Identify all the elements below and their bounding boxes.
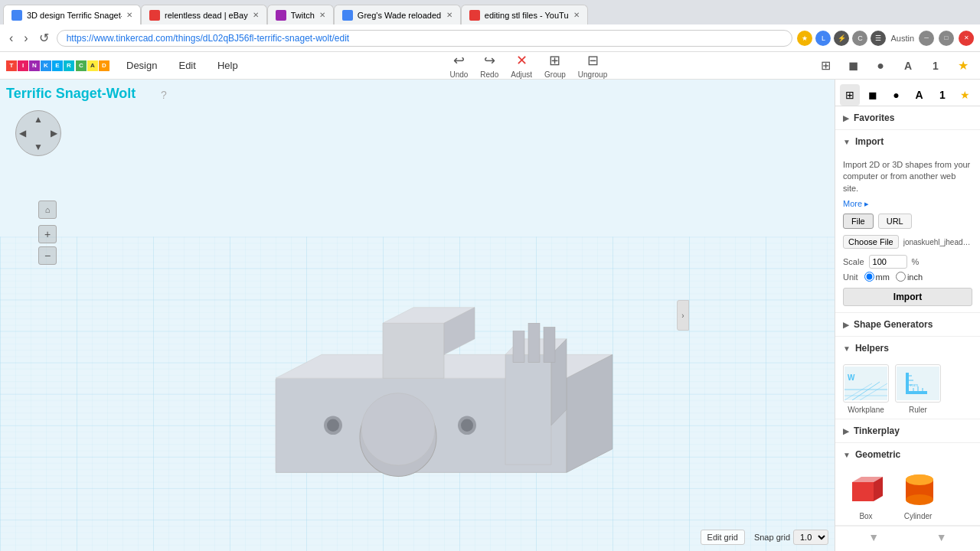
sphere-view-icon[interactable]: ● xyxy=(870,55,891,77)
tab-gregs[interactable]: Greg's Wade reloaded -... ✕ xyxy=(334,5,461,24)
star-icon[interactable]: ★ xyxy=(952,55,974,77)
number-tool-icon[interactable]: 1 xyxy=(925,55,946,77)
text-tool-icon[interactable]: A xyxy=(897,55,919,77)
box-item[interactable]: Box xyxy=(843,471,889,520)
adjust-button[interactable]: ✕ Adjust xyxy=(511,52,532,79)
tab-bar: 3D design Terrific Snaget-... ✕ relentle… xyxy=(0,0,980,24)
import-header[interactable]: ▼ Import xyxy=(835,130,980,153)
favorites-header[interactable]: ▶ Favorites xyxy=(835,106,980,129)
main: Terrific Snaget-Wolt ? ▲ ◀ ▶ ▼ ⌂ + − Edi… xyxy=(0,80,980,551)
home-view-button[interactable]: ⌂ xyxy=(38,201,57,219)
ruler-label: Ruler xyxy=(909,406,927,414)
import-section: ▼ Import Import 2D or 3D shapes from you… xyxy=(835,130,980,313)
helpers-section: ▼ Helpers xyxy=(835,337,980,419)
import-description: Import 2D or 3D shapes from your compute… xyxy=(843,159,972,194)
edit-grid-button[interactable]: Edit grid xyxy=(701,530,745,545)
snap-value-select[interactable]: 1.0 0.5 0.1 xyxy=(793,530,828,545)
extension-icon2[interactable]: ⚡ xyxy=(834,31,849,46)
favorites-arrow-icon: ▶ xyxy=(843,114,849,122)
panel-tab-number[interactable]: 1 xyxy=(933,84,952,106)
back-button[interactable]: ‹ xyxy=(6,30,16,47)
undo-icon: ↩ xyxy=(453,52,465,69)
tinkerplay-section: ▶ Tinkerplay xyxy=(835,419,980,443)
logo: T I N K E R C A D xyxy=(6,60,109,71)
helpers-header[interactable]: ▼ Helpers xyxy=(835,337,980,360)
panel-tab-cube[interactable]: ◼ xyxy=(863,84,883,106)
zoom-out-button[interactable]: − xyxy=(38,246,57,265)
menu-design[interactable]: Design xyxy=(122,58,162,73)
panel-tab-star[interactable]: ★ xyxy=(956,84,975,106)
svg-point-8 xyxy=(361,393,435,465)
cylinder-label: Cylinder xyxy=(904,512,933,520)
more-link[interactable]: More ▸ xyxy=(843,199,869,208)
canvas-bottom: Edit grid Snap grid 1.0 0.5 0.1 xyxy=(701,530,828,545)
nav-down-icon[interactable]: ▼ xyxy=(34,142,43,152)
import-button[interactable]: Import xyxy=(843,288,972,306)
bookmark-icon[interactable]: ★ xyxy=(797,31,812,46)
shape-generators-header[interactable]: ▶ Shape Generators xyxy=(835,313,980,336)
panel-tab-sphere[interactable]: ● xyxy=(886,84,906,106)
choose-file-button[interactable]: Choose File xyxy=(843,235,899,249)
canvas-area[interactable]: Terrific Snaget-Wolt ? ▲ ◀ ▶ ▼ ⌂ + − Edi… xyxy=(0,80,835,551)
help-icon[interactable]: ? xyxy=(161,89,167,101)
grid-view-icon[interactable]: ⊞ xyxy=(815,55,836,77)
cylinder-item[interactable]: Cylinder xyxy=(895,471,941,520)
forward-button[interactable]: › xyxy=(21,30,31,47)
tab-close-icon[interactable]: ✕ xyxy=(319,11,325,19)
snap-grid-label: Snap grid xyxy=(754,533,790,542)
toolbar-right: ⊞ ◼ ● A 1 ★ xyxy=(815,55,974,77)
nav-right-icon[interactable]: ▶ xyxy=(51,128,57,139)
panel-tab-text[interactable]: A xyxy=(910,84,929,106)
extension-icon3[interactable]: C xyxy=(852,31,867,46)
settings-icon[interactable]: ☰ xyxy=(871,31,886,46)
geometric-header[interactable]: ▼ Geometric xyxy=(835,443,980,466)
cube-view-icon[interactable]: ◼ xyxy=(842,55,864,77)
svg-rect-21 xyxy=(544,327,555,362)
workplane-label: Workplane xyxy=(848,406,884,414)
inch-radio[interactable]: inch xyxy=(896,272,923,282)
menu-edit[interactable]: Edit xyxy=(174,58,200,73)
svg-rect-20 xyxy=(528,323,540,362)
box-label: Box xyxy=(859,512,872,520)
tab-close-icon[interactable]: ✕ xyxy=(573,11,580,19)
url-button[interactable]: URL xyxy=(878,214,912,229)
geometric-section: ▼ Geometric xyxy=(835,443,980,526)
import-label: Import xyxy=(855,136,884,147)
svg-point-45 xyxy=(906,474,933,485)
project-title: Terrific Snaget-Wolt xyxy=(6,86,136,102)
tab-twitch[interactable]: Twitch ✕ xyxy=(267,5,334,24)
refresh-button[interactable]: ↺ xyxy=(36,29,52,47)
tab-ebay[interactable]: relentless dead | eBay ✕ xyxy=(141,5,267,24)
svg-point-12 xyxy=(461,419,473,432)
group-button[interactable]: ⊞ Group xyxy=(544,52,566,79)
address-input[interactable] xyxy=(57,30,793,47)
ruler-item[interactable]: mm Ruler xyxy=(895,364,941,414)
zoom-in-button[interactable]: + xyxy=(38,225,57,243)
tab-youtube[interactable]: editing stl files - YouTube ✕ xyxy=(461,5,588,24)
tab-close-icon[interactable]: ✕ xyxy=(126,11,132,19)
workplane-item[interactable]: W Workplane xyxy=(843,364,889,414)
scene-svg xyxy=(0,80,835,551)
file-button[interactable]: File xyxy=(843,214,874,229)
close-icon[interactable]: ✕ xyxy=(959,31,974,46)
extension-icon[interactable]: L xyxy=(815,31,831,46)
tab-close-icon[interactable]: ✕ xyxy=(446,11,452,19)
svg-rect-16 xyxy=(505,354,551,465)
right-panel: ⊞ ◼ ● A 1 ★ ▶ Favorites ▼ Import xyxy=(835,80,980,551)
mm-radio[interactable]: mm xyxy=(864,272,890,282)
tab-tinkercad[interactable]: 3D design Terrific Snaget-... ✕ xyxy=(3,5,141,24)
undo-button[interactable]: ↩ Undo xyxy=(449,52,468,79)
maximize-icon[interactable]: □ xyxy=(939,31,954,46)
minimize-icon[interactable]: ─ xyxy=(919,31,934,46)
nav-left-icon[interactable]: ◀ xyxy=(19,128,26,139)
ungroup-button[interactable]: ⊟ Ungroup xyxy=(578,52,607,79)
tab-close-icon[interactable]: ✕ xyxy=(253,11,259,19)
nav-up-icon[interactable]: ▲ xyxy=(34,114,43,125)
menu-help[interactable]: Help xyxy=(213,58,243,73)
tinkerplay-header[interactable]: ▶ Tinkerplay xyxy=(835,419,980,442)
scale-input[interactable] xyxy=(869,255,907,269)
panel-tab-grid[interactable]: ⊞ xyxy=(840,84,860,106)
redo-button[interactable]: ↪ Redo xyxy=(480,52,498,79)
svg-point-44 xyxy=(906,494,933,505)
panel-collapse-button[interactable]: › xyxy=(677,300,689,331)
